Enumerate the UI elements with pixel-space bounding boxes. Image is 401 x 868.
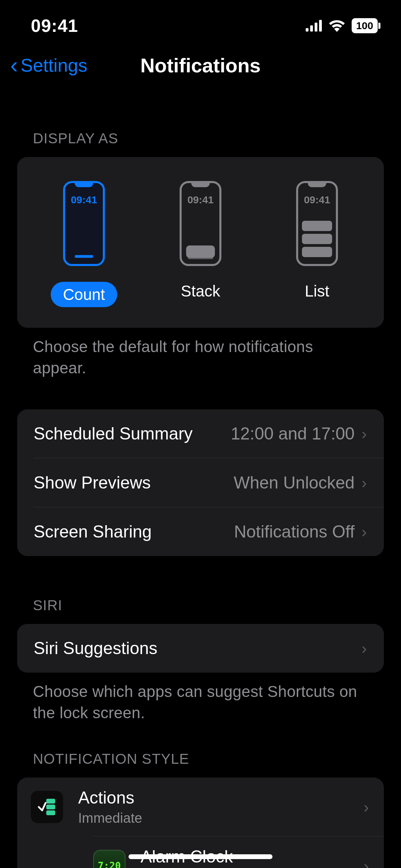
row-value: Notifications Off <box>234 522 355 542</box>
svg-rect-4 <box>46 799 55 804</box>
phone-preview-stack: 09:41 <box>180 181 221 266</box>
display-option-stack[interactable]: 09:41 Stack <box>144 181 257 307</box>
back-button[interactable]: ‹ Settings <box>10 54 87 76</box>
chevron-right-icon: › <box>362 473 367 492</box>
row-screen-sharing[interactable]: Screen Sharing Notifications Off › <box>34 507 384 556</box>
row-label: Siri Suggestions <box>34 638 157 658</box>
display-option-count[interactable]: 09:41 Count <box>27 181 141 307</box>
chevron-right-icon: › <box>362 522 367 541</box>
app-icon-actions <box>31 791 63 823</box>
display-option-list[interactable]: 09:41 List <box>260 181 374 307</box>
svg-rect-2 <box>315 23 317 32</box>
svg-rect-0 <box>306 28 308 32</box>
battery-level: 100 <box>352 18 378 33</box>
chevron-left-icon: ‹ <box>10 54 18 76</box>
section-footer-siri: Choose which apps can suggest Shortcuts … <box>0 673 401 723</box>
back-label: Settings <box>21 55 87 76</box>
row-label: Screen Sharing <box>34 522 152 542</box>
display-option-label: List <box>305 282 329 300</box>
row-siri-suggestions[interactable]: Siri Suggestions › <box>17 624 384 673</box>
display-option-label: Stack <box>181 282 220 300</box>
app-row-alarm-clock-1[interactable]: 7:20 Alarm Clock Immediate › <box>93 836 384 868</box>
svg-rect-1 <box>310 25 313 32</box>
page-title: Notifications <box>140 54 260 77</box>
row-scheduled-summary[interactable]: Scheduled Summary 12:00 and 17:00 › <box>17 409 384 458</box>
chevron-right-icon: › <box>362 639 367 658</box>
phone-preview-count: 09:41 <box>63 181 105 266</box>
cellular-icon <box>306 20 322 32</box>
status-indicators: 100 <box>306 18 380 33</box>
status-bar: 09:41 100 <box>0 0 401 45</box>
app-icon-alarm-digital: 7:20 <box>93 850 125 868</box>
home-indicator[interactable] <box>129 854 272 859</box>
status-time: 09:41 <box>31 15 78 36</box>
row-show-previews[interactable]: Show Previews When Unlocked › <box>34 458 384 507</box>
section-header-siri: SIRI <box>0 556 401 624</box>
display-option-label: Count <box>51 282 118 307</box>
svg-rect-5 <box>46 805 55 809</box>
row-value: When Unlocked <box>234 473 355 493</box>
section-header-display-as: DISPLAY AS <box>0 86 401 157</box>
row-value: 12:00 and 17:00 <box>231 424 354 444</box>
row-label: Scheduled Summary <box>34 424 193 444</box>
siri-card: Siri Suggestions › <box>17 624 384 673</box>
app-row-actions[interactable]: Actions Immediate › <box>17 777 384 836</box>
chevron-right-icon: › <box>364 857 369 868</box>
battery-indicator: 100 <box>352 18 380 33</box>
svg-rect-6 <box>46 810 55 815</box>
phone-preview-list: 09:41 <box>296 181 338 266</box>
app-name: Actions <box>78 788 364 808</box>
section-header-notification-style: NOTIFICATION STYLE <box>0 723 401 777</box>
row-label: Show Previews <box>34 473 151 493</box>
app-detail: Immediate <box>78 810 364 826</box>
section-footer-display-as: Choose the default for how notifications… <box>0 328 401 378</box>
main-settings-card: Scheduled Summary 12:00 and 17:00 › Show… <box>17 409 384 556</box>
chevron-right-icon: › <box>364 798 369 816</box>
wifi-icon <box>328 20 345 32</box>
svg-rect-3 <box>319 20 322 32</box>
chevron-right-icon: › <box>362 424 367 443</box>
nav-bar: ‹ Settings Notifications <box>0 45 401 86</box>
display-as-card: 09:41 Count 09:41 Stack 09:41 <box>17 157 384 328</box>
